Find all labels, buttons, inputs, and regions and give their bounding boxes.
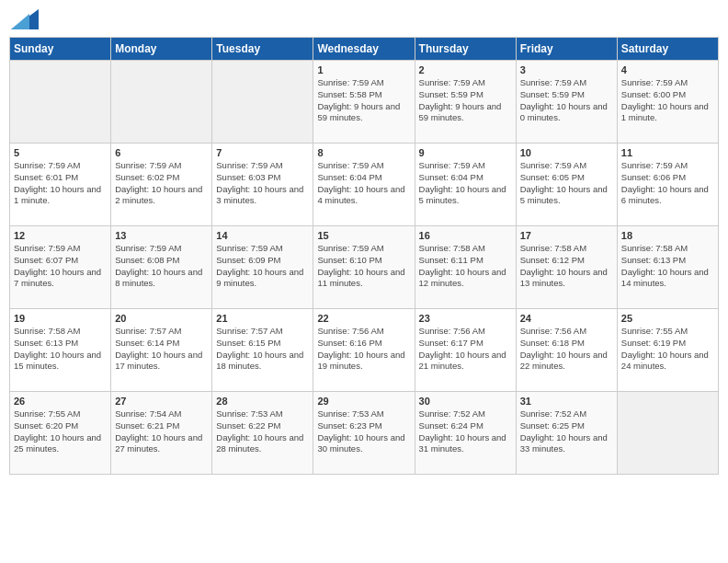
day-cell: 6Sunrise: 7:59 AM Sunset: 6:02 PM Daylig… (111, 144, 212, 226)
day-number: 29 (317, 396, 410, 407)
day-cell: 28Sunrise: 7:53 AM Sunset: 6:22 PM Dayli… (212, 392, 313, 475)
day-info: Sunrise: 7:59 AM Sunset: 6:06 PM Dayligh… (621, 160, 714, 207)
day-number: 26 (14, 396, 107, 407)
day-cell: 8Sunrise: 7:59 AM Sunset: 6:04 PM Daylig… (313, 144, 415, 226)
day-cell: 7Sunrise: 7:59 AM Sunset: 6:03 PM Daylig… (212, 144, 313, 226)
day-number: 24 (520, 313, 613, 324)
day-cell: 9Sunrise: 7:59 AM Sunset: 6:04 PM Daylig… (415, 144, 516, 226)
day-number: 12 (14, 230, 107, 241)
day-cell (111, 61, 212, 144)
day-number: 5 (14, 147, 107, 158)
day-cell: 21Sunrise: 7:57 AM Sunset: 6:15 PM Dayli… (212, 309, 313, 392)
day-number: 30 (419, 396, 512, 407)
day-cell: 5Sunrise: 7:59 AM Sunset: 6:01 PM Daylig… (10, 144, 111, 226)
day-info: Sunrise: 7:55 AM Sunset: 6:19 PM Dayligh… (621, 326, 714, 373)
day-cell: 22Sunrise: 7:56 AM Sunset: 6:16 PM Dayli… (313, 309, 415, 392)
day-cell: 17Sunrise: 7:58 AM Sunset: 6:12 PM Dayli… (516, 226, 617, 309)
day-info: Sunrise: 7:54 AM Sunset: 6:21 PM Dayligh… (115, 408, 208, 455)
weekday-header-friday: Friday (516, 38, 617, 61)
day-number: 15 (317, 230, 410, 241)
week-row-2: 5Sunrise: 7:59 AM Sunset: 6:01 PM Daylig… (10, 144, 719, 226)
day-info: Sunrise: 7:52 AM Sunset: 6:25 PM Dayligh… (520, 408, 613, 455)
day-info: Sunrise: 7:58 AM Sunset: 6:13 PM Dayligh… (621, 243, 714, 290)
day-cell: 18Sunrise: 7:58 AM Sunset: 6:13 PM Dayli… (617, 226, 718, 309)
day-number: 7 (216, 147, 309, 158)
day-cell: 4Sunrise: 7:59 AM Sunset: 6:00 PM Daylig… (617, 61, 718, 144)
day-number: 1 (317, 64, 410, 75)
day-cell: 11Sunrise: 7:59 AM Sunset: 6:06 PM Dayli… (617, 144, 718, 226)
day-number: 19 (14, 313, 107, 324)
day-info: Sunrise: 7:52 AM Sunset: 6:24 PM Dayligh… (419, 408, 512, 455)
day-info: Sunrise: 7:55 AM Sunset: 6:20 PM Dayligh… (14, 408, 107, 455)
day-number: 3 (520, 64, 613, 75)
day-info: Sunrise: 7:59 AM Sunset: 6:02 PM Dayligh… (115, 160, 208, 207)
day-info: Sunrise: 7:59 AM Sunset: 6:07 PM Dayligh… (14, 243, 107, 290)
day-number: 17 (520, 230, 613, 241)
day-info: Sunrise: 7:58 AM Sunset: 6:12 PM Dayligh… (520, 243, 613, 290)
day-cell: 26Sunrise: 7:55 AM Sunset: 6:20 PM Dayli… (10, 392, 111, 475)
day-info: Sunrise: 7:59 AM Sunset: 5:59 PM Dayligh… (520, 77, 613, 124)
day-number: 6 (115, 147, 208, 158)
day-cell: 12Sunrise: 7:59 AM Sunset: 6:07 PM Dayli… (10, 226, 111, 309)
day-cell: 31Sunrise: 7:52 AM Sunset: 6:25 PM Dayli… (516, 392, 617, 475)
day-number: 10 (520, 147, 613, 158)
day-cell: 23Sunrise: 7:56 AM Sunset: 6:17 PM Dayli… (415, 309, 516, 392)
weekday-header-sunday: Sunday (10, 38, 111, 61)
day-info: Sunrise: 7:53 AM Sunset: 6:22 PM Dayligh… (216, 408, 309, 455)
day-number: 13 (115, 230, 208, 241)
week-row-3: 12Sunrise: 7:59 AM Sunset: 6:07 PM Dayli… (10, 226, 719, 309)
day-number: 18 (621, 230, 714, 241)
weekday-header-saturday: Saturday (617, 38, 718, 61)
day-number: 9 (419, 147, 512, 158)
svg-marker-1 (11, 14, 29, 29)
day-info: Sunrise: 7:59 AM Sunset: 6:10 PM Dayligh… (317, 243, 410, 290)
day-info: Sunrise: 7:59 AM Sunset: 5:58 PM Dayligh… (317, 77, 410, 124)
day-number: 28 (216, 396, 309, 407)
weekday-header-thursday: Thursday (415, 38, 516, 61)
week-row-4: 19Sunrise: 7:58 AM Sunset: 6:13 PM Dayli… (10, 309, 719, 392)
day-info: Sunrise: 7:59 AM Sunset: 6:00 PM Dayligh… (621, 77, 714, 124)
day-info: Sunrise: 7:57 AM Sunset: 6:15 PM Dayligh… (216, 326, 309, 373)
day-number: 23 (419, 313, 512, 324)
day-info: Sunrise: 7:59 AM Sunset: 6:04 PM Dayligh… (419, 160, 512, 207)
day-cell (617, 392, 718, 475)
day-info: Sunrise: 7:56 AM Sunset: 6:17 PM Dayligh… (419, 326, 512, 373)
day-number: 14 (216, 230, 309, 241)
day-info: Sunrise: 7:58 AM Sunset: 6:13 PM Dayligh… (14, 326, 107, 373)
day-number: 20 (115, 313, 208, 324)
day-number: 21 (216, 313, 309, 324)
day-info: Sunrise: 7:59 AM Sunset: 6:01 PM Dayligh… (14, 160, 107, 207)
day-cell: 1Sunrise: 7:59 AM Sunset: 5:58 PM Daylig… (313, 61, 415, 144)
day-cell: 2Sunrise: 7:59 AM Sunset: 5:59 PM Daylig… (415, 61, 516, 144)
day-info: Sunrise: 7:58 AM Sunset: 6:11 PM Dayligh… (419, 243, 512, 290)
day-number: 27 (115, 396, 208, 407)
day-info: Sunrise: 7:56 AM Sunset: 6:18 PM Dayligh… (520, 326, 613, 373)
logo-icon (11, 9, 39, 29)
day-info: Sunrise: 7:59 AM Sunset: 5:59 PM Dayligh… (419, 77, 512, 124)
day-number: 22 (317, 313, 410, 324)
day-info: Sunrise: 7:59 AM Sunset: 6:03 PM Dayligh… (216, 160, 309, 207)
weekday-header-tuesday: Tuesday (212, 38, 313, 61)
week-row-1: 1Sunrise: 7:59 AM Sunset: 5:58 PM Daylig… (10, 61, 719, 144)
day-info: Sunrise: 7:56 AM Sunset: 6:16 PM Dayligh… (317, 326, 410, 373)
day-cell: 10Sunrise: 7:59 AM Sunset: 6:05 PM Dayli… (516, 144, 617, 226)
day-cell (10, 61, 111, 144)
calendar-body: 1Sunrise: 7:59 AM Sunset: 5:58 PM Daylig… (10, 61, 719, 475)
logo (9, 9, 39, 29)
day-cell (212, 61, 313, 144)
day-cell: 16Sunrise: 7:58 AM Sunset: 6:11 PM Dayli… (415, 226, 516, 309)
day-number: 2 (419, 64, 512, 75)
weekday-header-monday: Monday (111, 38, 212, 61)
day-cell: 15Sunrise: 7:59 AM Sunset: 6:10 PM Dayli… (313, 226, 415, 309)
week-row-5: 26Sunrise: 7:55 AM Sunset: 6:20 PM Dayli… (10, 392, 719, 475)
day-info: Sunrise: 7:59 AM Sunset: 6:09 PM Dayligh… (216, 243, 309, 290)
day-info: Sunrise: 7:59 AM Sunset: 6:08 PM Dayligh… (115, 243, 208, 290)
day-number: 8 (317, 147, 410, 158)
day-info: Sunrise: 7:53 AM Sunset: 6:23 PM Dayligh… (317, 408, 410, 455)
day-cell: 13Sunrise: 7:59 AM Sunset: 6:08 PM Dayli… (111, 226, 212, 309)
day-number: 4 (621, 64, 714, 75)
day-cell: 29Sunrise: 7:53 AM Sunset: 6:23 PM Dayli… (313, 392, 415, 475)
day-cell: 24Sunrise: 7:56 AM Sunset: 6:18 PM Dayli… (516, 309, 617, 392)
weekday-header-wednesday: Wednesday (313, 38, 415, 61)
day-cell: 14Sunrise: 7:59 AM Sunset: 6:09 PM Dayli… (212, 226, 313, 309)
